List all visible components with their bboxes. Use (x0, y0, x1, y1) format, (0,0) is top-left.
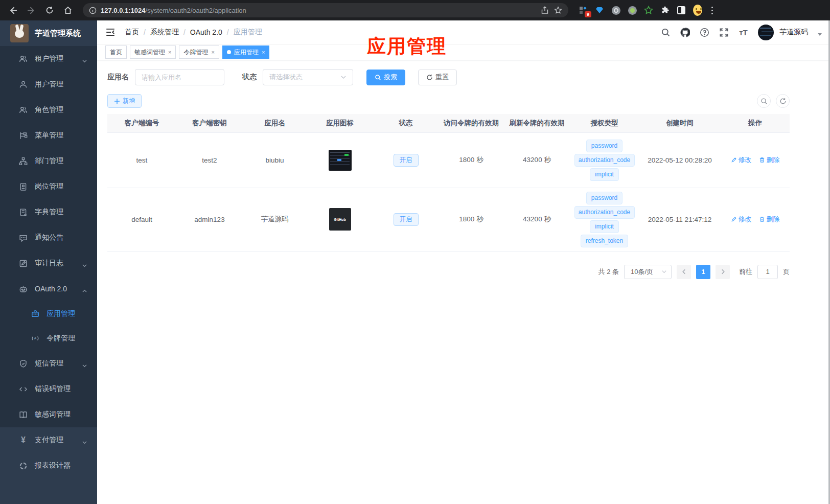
chevron-down-icon (82, 261, 87, 266)
status-filter-select[interactable]: 请选择状态 (263, 69, 353, 85)
delete-link[interactable]: 删除 (759, 215, 780, 224)
sidebar-item-report-designer[interactable]: 报表设计器 (0, 453, 97, 478)
cell-access-ttl: 1800 秒 (439, 132, 504, 188)
app-logo[interactable]: 芋道管理系统 (0, 20, 97, 46)
goto-page-input[interactable] (757, 265, 778, 279)
username[interactable]: 芋道源码 (779, 28, 808, 37)
grant-tag: implicit (590, 168, 619, 181)
name-filter-input[interactable] (135, 69, 224, 85)
tab-sensitive-word[interactable]: 敏感词管理× (130, 45, 176, 59)
edit-link[interactable]: 修改 (731, 215, 752, 224)
toggle-search-button[interactable] (757, 94, 771, 108)
sidebar-item-notice[interactable]: 通知公告 (0, 225, 97, 250)
fullscreen-icon[interactable] (719, 28, 729, 37)
bookmark-star-icon[interactable] (554, 6, 562, 14)
sidebar-item-label: 岗位管理 (35, 182, 63, 191)
address-bar[interactable]: 127.0.0.1:1024/system/oauth2/oauth2/appl… (83, 3, 568, 17)
sidebar-item-dict[interactable]: 字典管理 (0, 199, 97, 225)
col-created: 创建时间 (639, 114, 721, 132)
browser-forward-icon[interactable] (24, 3, 39, 18)
sidebar-item-errcode[interactable]: 错误码管理 (0, 376, 97, 402)
browser-menu-icon[interactable] (709, 7, 715, 14)
extension-record-icon[interactable] (628, 6, 637, 15)
sidebar-item-label: 租户管理 (35, 54, 63, 63)
goto-page-suffix: 页 (783, 267, 790, 277)
user-avatar[interactable] (758, 25, 774, 40)
plus-icon (114, 98, 120, 104)
sidebar-item-oauth-application[interactable]: 应用管理 (0, 302, 97, 326)
col-status: 状态 (373, 114, 439, 132)
browser-reload-icon[interactable] (42, 3, 57, 18)
cell-client-id: test (107, 132, 176, 188)
applications-table: 客户端编号 客户端密钥 应用名 应用图标 状态 访问令牌的有效期 刷新令牌的有效… (107, 114, 790, 251)
page-size-select[interactable]: 10条/页 (624, 265, 672, 279)
search-button[interactable]: 搜索 (366, 70, 405, 85)
tab-application[interactable]: 应用管理× (222, 45, 269, 59)
browser-profile-avatar[interactable] (693, 6, 702, 15)
grant-tag: implicit (590, 220, 619, 233)
chevron-down-icon (661, 269, 667, 274)
close-icon[interactable]: × (168, 49, 171, 55)
total-count: 共 2 条 (598, 267, 619, 277)
site-info-icon[interactable] (89, 7, 97, 14)
grant-tag: authorization_code (574, 154, 635, 167)
sidebar-item-sms[interactable]: 短信管理 (0, 351, 97, 376)
browser-back-icon[interactable] (5, 3, 20, 18)
github-icon[interactable] (680, 28, 690, 37)
sidebar-item-tenant[interactable]: 租户管理 (0, 46, 97, 72)
page-content: 应用名 状态 请选择状态 搜索 重置 (97, 60, 830, 279)
extension-contrast-icon[interactable] (677, 6, 686, 15)
url-text: 127.0.0.1:1024/system/oauth2/oauth2/appl… (101, 7, 246, 14)
sidebar-item-pay[interactable]: ¥ 支付管理 (0, 427, 97, 453)
cell-access-ttl: 1800 秒 (439, 188, 504, 251)
extensions-puzzle-icon[interactable] (660, 6, 670, 15)
breadcrumb-system[interactable]: 系统管理 (150, 28, 179, 37)
chevron-down-icon (82, 438, 87, 443)
extension-aperture-icon[interactable] (611, 6, 620, 15)
search-icon[interactable] (661, 28, 671, 37)
font-size-icon[interactable]: ᴛT (739, 28, 748, 37)
refresh-table-button[interactable] (776, 94, 790, 108)
sidebar-item-role[interactable]: 角色管理 (0, 97, 97, 123)
sidebar-item-menu[interactable]: 菜单管理 (0, 123, 97, 148)
sidebar-item-label: 字典管理 (35, 208, 63, 217)
sidebar-item-post[interactable]: 岗位管理 (0, 174, 97, 199)
share-icon[interactable] (541, 6, 549, 14)
sidebar-item-sensitive-word[interactable]: 敏感词管理 (0, 402, 97, 427)
tab-token[interactable]: 令牌管理× (179, 45, 219, 59)
chevron-down-icon (82, 57, 87, 61)
app-icon-image (329, 150, 352, 171)
reset-button[interactable]: 重置 (418, 70, 457, 85)
sidebar-item-oauth[interactable]: OAuth 2.0 (0, 276, 97, 302)
extension-star-icon[interactable] (644, 6, 653, 15)
cell-client-id: default (107, 188, 176, 251)
extension-blocks-icon[interactable]: 9 (579, 6, 588, 15)
prev-page-button[interactable] (677, 265, 691, 279)
sidebar-item-dept[interactable]: 部门管理 (0, 148, 97, 174)
add-button[interactable]: 新增 (107, 94, 142, 108)
tab-home[interactable]: 首页 (105, 45, 127, 59)
sidebar-item-user[interactable]: 用户管理 (0, 72, 97, 97)
breadcrumb-oauth[interactable]: OAuth 2.0 (190, 28, 222, 36)
close-icon[interactable]: × (262, 49, 265, 55)
sidebar-item-label: 应用管理 (47, 309, 75, 318)
browser-extensions: 9 (579, 6, 715, 15)
sidebar-fold-icon[interactable] (105, 27, 116, 37)
sidebar-menu-bottom: ¥ 支付管理 报表设计器 (0, 427, 97, 478)
delete-link[interactable]: 删除 (759, 155, 780, 165)
sidebar-item-label: 令牌管理 (47, 334, 75, 343)
user-menu-caret-icon[interactable] (818, 33, 822, 36)
extension-gem-icon[interactable] (595, 6, 604, 15)
breadcrumb-home[interactable]: 首页 (125, 28, 139, 37)
next-page-button[interactable] (716, 265, 730, 279)
goto-label: 前往 (739, 267, 752, 277)
page-number-button[interactable]: 1 (696, 265, 710, 279)
close-icon[interactable]: × (211, 49, 214, 55)
edit-link[interactable]: 修改 (731, 155, 752, 165)
edit-icon (731, 216, 737, 222)
help-icon[interactable] (700, 28, 709, 37)
grant-type-tags: password authorization_code implicit (570, 140, 639, 181)
sidebar-item-oauth-token[interactable]: A 令牌管理 (0, 326, 97, 351)
sidebar-item-audit-log[interactable]: 审计日志 (0, 250, 97, 276)
browser-home-icon[interactable] (60, 3, 76, 18)
